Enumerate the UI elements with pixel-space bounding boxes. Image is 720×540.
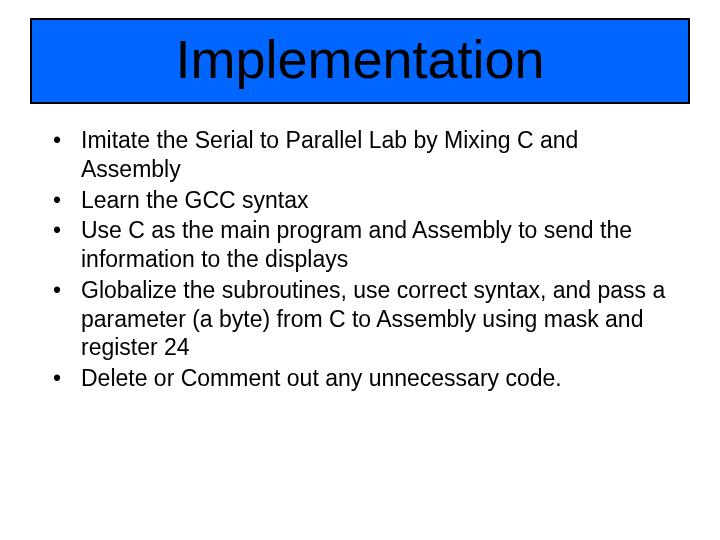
list-item: Delete or Comment out any unnecessary co… xyxy=(45,364,675,393)
bullet-list: Imitate the Serial to Parallel Lab by Mi… xyxy=(45,126,675,393)
content-area: Imitate the Serial to Parallel Lab by Mi… xyxy=(0,104,720,393)
slide-title: Implementation xyxy=(32,28,688,90)
list-item: Use C as the main program and Assembly t… xyxy=(45,216,675,274)
list-item: Learn the GCC syntax xyxy=(45,186,675,215)
list-item: Globalize the subroutines, use correct s… xyxy=(45,276,675,362)
title-container: Implementation xyxy=(30,18,690,104)
list-item: Imitate the Serial to Parallel Lab by Mi… xyxy=(45,126,675,184)
